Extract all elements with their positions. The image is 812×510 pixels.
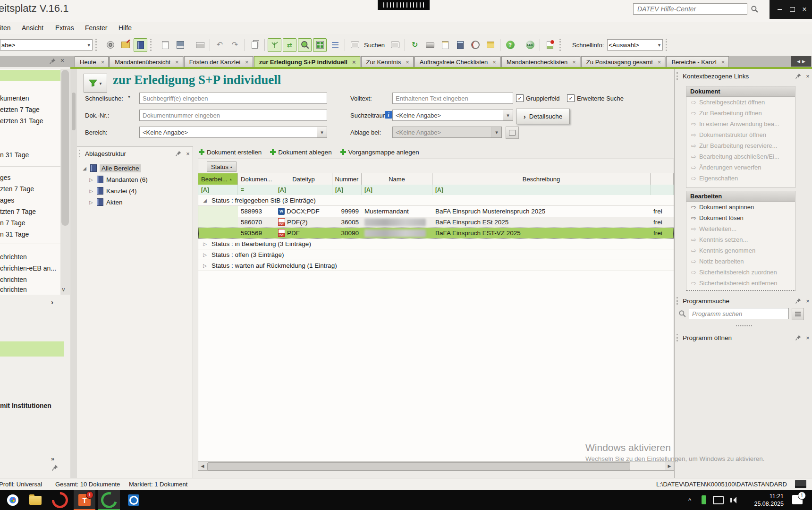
undo-icon[interactable]: ↶: [213, 38, 227, 52]
monitor-gauge-icon[interactable]: [388, 38, 402, 52]
tray-volume-icon[interactable]: [727, 490, 739, 510]
scrollbar-thumb[interactable]: [207, 462, 630, 470]
import-document-icon[interactable]: [438, 38, 452, 52]
group-row-warten[interactable]: ▷ Status : warten auf Rückmeldung (1 Ein…: [198, 260, 674, 271]
sort-arrows-icon[interactable]: ⇄: [283, 38, 296, 52]
column-header-name[interactable]: Name: [362, 173, 432, 185]
lex-icon[interactable]: LEX: [523, 38, 537, 52]
tab-close-icon[interactable]: ×: [658, 59, 661, 66]
column-header-nummer[interactable]: Nummer: [332, 173, 362, 185]
chevron-down-icon[interactable]: ▾: [317, 127, 327, 137]
toolbar-grip[interactable]: [150, 39, 155, 51]
dokument-erstellen-button[interactable]: Dokument erstellen: [199, 149, 262, 156]
dokument-ablegen-button[interactable]: Dokument ablegen: [270, 149, 331, 156]
sidebar-pin-icon[interactable]: [52, 465, 58, 472]
expander-closed-icon[interactable]: ▷: [202, 252, 208, 257]
close-icon[interactable]: ×: [183, 150, 193, 157]
save-icon[interactable]: [173, 38, 187, 52]
grid-view-icon[interactable]: [313, 38, 327, 52]
tab-zur-erledigung-active[interactable]: zur Erledigung S+P individuell×: [254, 56, 360, 67]
group-row-in-bearbeitung[interactable]: ▷ Status : in Bearbeitung (3 Einträge): [198, 238, 674, 249]
group-row-offen[interactable]: ▷ Status : offen (3 Einträge): [198, 249, 674, 260]
panel-resize-dots[interactable]: [736, 325, 752, 326]
pin-icon[interactable]: [794, 73, 803, 79]
sidebar-item[interactable]: kumenten: [0, 94, 29, 102]
sidebar-item[interactable]: n 7 Tage: [0, 219, 25, 227]
new-document-icon[interactable]: [158, 38, 172, 52]
group-row-freigegeben[interactable]: ◢ Status : freigegeben StB (3 Einträge): [198, 195, 674, 206]
tab-heute[interactable]: Heute×: [75, 56, 109, 67]
expander-closed-icon[interactable]: ▷: [202, 263, 208, 268]
tab-mandantenchecklisten[interactable]: Mandantenchecklisten×: [501, 56, 580, 67]
scroll-right-button[interactable]: ▶: [665, 462, 674, 470]
sidebar-item[interactable]: chrichten: [0, 253, 27, 261]
pin-icon[interactable]: [794, 335, 803, 340]
taskbar-explorer-icon[interactable]: [25, 490, 46, 510]
sidebar-item[interactable]: ages: [0, 196, 14, 204]
table-row[interactable]: 588993 WDOCX;PDF 99999 Mustermandant BaF…: [198, 206, 674, 217]
pin-icon[interactable]: [174, 151, 183, 156]
sidebar-item[interactable]: tzten 7 Tage: [0, 208, 36, 215]
column-header-beschreibung[interactable]: Beschreibung: [432, 173, 651, 185]
sidebar-item[interactable]: ges: [0, 174, 11, 181]
taskbar-clock[interactable]: 11:21 25.08.2025: [744, 493, 784, 508]
filter-cell[interactable]: [A]: [362, 185, 432, 195]
tab-close-icon[interactable]: ×: [406, 59, 409, 66]
tab-auftragsfreie-checklisten[interactable]: Auftragsfreie Checklisten×: [414, 56, 500, 67]
tray-battery-icon[interactable]: [699, 490, 709, 510]
tab-close-icon[interactable]: ×: [572, 59, 576, 66]
close-icon[interactable]: ×: [803, 334, 812, 341]
maximize-button[interactable]: [788, 6, 796, 13]
redo-icon[interactable]: ↷: [228, 38, 242, 52]
schnellsuche-input[interactable]: [139, 93, 327, 104]
tab-scroll-buttons[interactable]: ◀ ▶: [791, 56, 811, 67]
filter-cell[interactable]: [A]: [275, 185, 332, 195]
notes-icon[interactable]: [483, 38, 497, 52]
drag-handle[interactable]: [677, 72, 680, 80]
left-selected-item-highlight[interactable]: [0, 341, 64, 357]
detailsuche-button[interactable]: › Detailsuche: [516, 109, 570, 124]
taskbar-datev-icon[interactable]: [98, 490, 120, 510]
tab-bereiche-kanzlei[interactable]: Bereiche - Kanzl×: [666, 56, 729, 67]
expander-closed-icon[interactable]: ▷: [88, 200, 94, 205]
tab-close-icon[interactable]: ×: [101, 59, 105, 66]
link-dokument-anpinnen[interactable]: ⇨Dokument anpinnen: [686, 202, 795, 212]
expander-closed-icon[interactable]: ▷: [88, 177, 94, 182]
volltext-input[interactable]: [392, 93, 513, 104]
drag-handle[interactable]: [677, 297, 680, 305]
action-center-icon[interactable]: 1: [792, 495, 803, 504]
group-by-status-chip[interactable]: Status ▴: [207, 162, 237, 172]
collapse-chevrons-icon[interactable]: »: [51, 455, 54, 462]
filter-cell[interactable]: [A]: [432, 185, 651, 195]
document-binder-icon[interactable]: [134, 38, 147, 52]
document-alert-icon[interactable]: [543, 38, 557, 52]
column-header-dokumentnummer[interactable]: Dokumen...: [238, 173, 275, 185]
taskbar-t1-app-icon[interactable]: T 1: [74, 490, 95, 510]
column-header-bearbeitet[interactable]: Bearbei... ▴: [198, 173, 238, 185]
toolbar-grip[interactable]: [95, 39, 101, 51]
preview-icon[interactable]: [103, 38, 117, 52]
programmsuche-options-button[interactable]: [792, 308, 804, 320]
list-view-icon[interactable]: [328, 38, 342, 52]
tree-item-akten[interactable]: ▷ Akten: [77, 197, 123, 207]
menu-item-fenster[interactable]: Fenster: [83, 23, 109, 33]
filter-cell[interactable]: [A]: [198, 185, 238, 195]
sidebar-item[interactable]: etzten 7 Tage: [0, 106, 40, 113]
scanner-icon[interactable]: [423, 38, 437, 52]
search-view-icon[interactable]: [298, 38, 312, 52]
menu-item-bearbeiten-cut[interactable]: iten: [0, 23, 13, 33]
tab-close-icon[interactable]: ×: [721, 59, 725, 66]
stopwatch-icon[interactable]: [468, 38, 482, 52]
gruppierfeld-checkbox[interactable]: ✓: [516, 94, 524, 102]
column-header-dateityp[interactable]: Dateityp: [275, 173, 332, 185]
ablage-browse-button[interactable]: [506, 127, 519, 139]
taskbar-red-app-icon[interactable]: [49, 490, 71, 510]
tab-fristen-der-kanzlei[interactable]: Fristen der Kanzlei×: [184, 56, 253, 67]
schnellsuche-options-icon[interactable]: ▾: [128, 94, 130, 99]
menu-item-hilfe[interactable]: Hilfe: [117, 23, 134, 33]
status-printer-icon[interactable]: [795, 480, 806, 488]
close-icon[interactable]: ×: [803, 73, 812, 80]
sidebar-item[interactable]: chrichten: [0, 286, 27, 293]
bereich-select[interactable]: <Keine Angabe> ▾: [139, 127, 327, 138]
expander-closed-icon[interactable]: ▷: [202, 241, 208, 246]
